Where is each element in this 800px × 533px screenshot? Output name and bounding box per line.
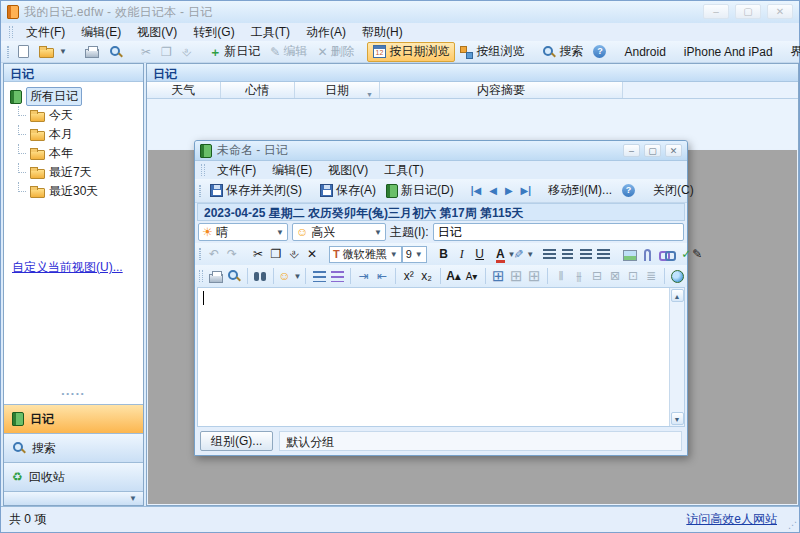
delete-column-button[interactable]: ⊠ (606, 267, 624, 285)
maximize-button[interactable]: ▢ (735, 4, 761, 19)
font-size-select[interactable]: 9 ▼ (402, 246, 427, 263)
split-cells-button[interactable]: ⫵ (570, 267, 588, 285)
save-and-close-button[interactable]: 保存并关闭(S) (205, 181, 307, 201)
numbered-list-button[interactable] (328, 267, 346, 285)
superscript-button[interactable]: x² (400, 267, 418, 285)
align-right-button[interactable] (577, 245, 595, 263)
emoticon-button[interactable]: ☺▼ (278, 267, 301, 285)
menu-view[interactable]: 视图(V) (130, 23, 184, 42)
group-button[interactable]: 组别(G)... (200, 431, 273, 451)
resize-grip[interactable]: ⋰ (788, 520, 797, 530)
attach-file-button[interactable] (639, 245, 657, 263)
insert-table-button[interactable]: ⊞ (489, 267, 507, 285)
android-button[interactable]: Android (619, 42, 670, 62)
decrease-font-button[interactable]: A▾ (463, 267, 481, 285)
print-button[interactable] (80, 42, 104, 62)
print-button[interactable] (207, 267, 225, 285)
titlebar[interactable]: 我的日记.edfw - 效能日记本 - 日记 – ▢ ✕ (1, 1, 799, 23)
print-preview-button[interactable] (225, 267, 243, 285)
column-weather[interactable]: 天气 (147, 82, 221, 98)
dialog-menu-file[interactable]: 文件(F) (209, 161, 264, 180)
copy-button[interactable]: ❐ (267, 245, 285, 263)
scroll-up-button[interactable]: ▲ (671, 289, 684, 302)
sidebar-splitter[interactable]: ••••• (4, 391, 143, 399)
insert-column-button[interactable]: ⊞ (525, 267, 543, 285)
highlight-button[interactable]: ✎▼ (515, 245, 533, 263)
undo-button[interactable]: ↶ (205, 245, 223, 263)
outdent-button[interactable]: ⇤ (373, 267, 391, 285)
close-button[interactable]: ✕ (767, 4, 793, 19)
indent-button[interactable]: ⇥ (355, 267, 373, 285)
first-record-button[interactable]: |◀ (467, 183, 486, 198)
minimize-button[interactable]: – (703, 4, 729, 19)
next-record-button[interactable]: ▶ (501, 183, 517, 198)
copy-button[interactable]: ❐ (156, 42, 177, 62)
cut-button[interactable]: ✂ (136, 42, 156, 62)
align-center-button[interactable] (559, 245, 577, 263)
dialog-minimize-button[interactable]: – (623, 144, 640, 157)
ui-style-button[interactable]: 界面风格▼ (786, 42, 800, 62)
table-properties-button[interactable]: ≣ (642, 267, 660, 285)
dialog-menu-edit[interactable]: 编辑(E) (264, 161, 320, 180)
dialog-maximize-button[interactable]: ▢ (644, 144, 661, 157)
nav-search-button[interactable]: 搜索 (4, 433, 143, 462)
merge-cells-button[interactable]: ⫴ (552, 267, 570, 285)
bullet-list-button[interactable] (310, 267, 328, 285)
menu-goto[interactable]: 转到(G) (186, 23, 241, 42)
browse-by-group-button[interactable]: 按组浏览 (455, 42, 529, 62)
insert-link-button[interactable] (657, 245, 675, 263)
column-mood[interactable]: 心情 (221, 82, 295, 98)
italic-button[interactable]: I (453, 245, 471, 263)
dialog-close-button[interactable]: ✕ (665, 144, 682, 157)
iphone-ipad-button[interactable]: iPhone And iPad (679, 42, 778, 62)
hyperlink-button[interactable] (669, 267, 687, 285)
dialog-close-text-button[interactable]: 关闭(C) (648, 181, 699, 201)
editor-scrollbar[interactable]: ▲ ▼ (669, 288, 684, 426)
paste-button[interactable]: ⎀ (285, 245, 303, 263)
website-link[interactable]: 访问高效e人网站 (686, 511, 777, 528)
mood-select[interactable]: ☺ 高兴 ▼ (292, 223, 386, 241)
tree-item-today[interactable]: 今天 (8, 106, 139, 125)
paste-button[interactable]: ⎀ (177, 42, 197, 62)
cut-button[interactable]: ✂ (249, 245, 267, 263)
align-left-button[interactable] (541, 245, 559, 263)
dialog-help-button[interactable]: ? (617, 181, 640, 201)
previous-record-button[interactable]: ◀ (485, 183, 501, 198)
menu-file[interactable]: 文件(F) (19, 23, 72, 42)
save-button[interactable]: 保存(A) (315, 181, 381, 201)
menu-actions[interactable]: 动作(A) (299, 23, 353, 42)
menu-help[interactable]: 帮助(H) (355, 23, 410, 42)
delete-diary-button[interactable]: ✕删除 (312, 42, 359, 62)
increase-font-button[interactable]: A▴ (445, 267, 463, 285)
nav-diary-button[interactable]: 日记 (4, 404, 143, 433)
move-to-button[interactable]: 移动到(M)... (543, 181, 617, 201)
insert-image-button[interactable] (621, 245, 639, 263)
edit-diary-button[interactable]: ✎编辑 (265, 42, 312, 62)
bold-button[interactable]: B (435, 245, 453, 263)
subject-input[interactable] (433, 223, 684, 241)
table-borders-button[interactable]: ⊡ (624, 267, 642, 285)
align-justify-button[interactable] (595, 245, 613, 263)
tree-item-last-30-days[interactable]: 最近30天 (8, 182, 139, 201)
underline-button[interactable]: U (471, 245, 489, 263)
nav-collapse-strip[interactable]: ▼ (4, 491, 143, 505)
help-button[interactable]: ? (588, 42, 611, 62)
tree-item-all-diaries[interactable]: 所有日记 (8, 87, 139, 106)
dialog-menu-tools[interactable]: 工具(T) (376, 161, 431, 180)
new-diary-button[interactable]: ＋新日记 (204, 42, 265, 62)
browse-by-date-button[interactable]: 按日期浏览 (367, 42, 455, 62)
weather-select[interactable]: ☀ 晴 ▼ (198, 223, 288, 241)
dialog-menu-view[interactable]: 视图(V) (320, 161, 376, 180)
menu-edit[interactable]: 编辑(E) (74, 23, 128, 42)
print-preview-button[interactable] (104, 42, 128, 62)
tree-item-this-month[interactable]: 本月 (8, 125, 139, 144)
subscript-button[interactable]: x₂ (418, 267, 436, 285)
delete-button[interactable]: ✕ (303, 245, 321, 263)
spellcheck-button[interactable]: ✓✎ (683, 245, 701, 263)
delete-row-button[interactable]: ⊟ (588, 267, 606, 285)
column-date[interactable]: 日期▼ (295, 82, 380, 98)
dialog-new-diary-button[interactable]: 新日记(D) (381, 181, 459, 201)
customize-view-link[interactable]: 自定义当前视图(U)... (12, 259, 123, 276)
insert-row-button[interactable]: ⊞ (507, 267, 525, 285)
search-button[interactable]: 搜索 (537, 42, 588, 62)
